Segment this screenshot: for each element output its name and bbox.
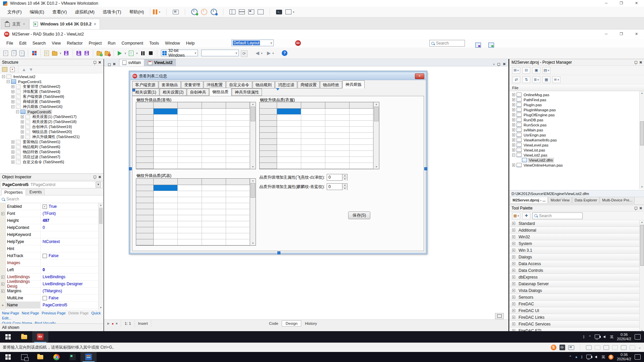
rad-minimize-button[interactable]: ─: [599, 29, 614, 39]
quality-upgrade-spinner-2[interactable]: 0 ▲▼: [327, 183, 347, 190]
quality-upgrade-spinner-1[interactable]: 0 ▲▼: [327, 174, 347, 181]
rad-menu-item[interactable]: Edit: [16, 40, 30, 47]
grid-cell[interactable]: [226, 185, 250, 191]
vmware-menu-item[interactable]: 虚拟机(M): [71, 8, 98, 16]
pm-bottom-tab[interactable]: Model View: [548, 197, 572, 203]
vmware-minimize-button[interactable]: ─: [599, 0, 614, 7]
vmware-close-button[interactable]: ✕: [629, 0, 644, 7]
run-without-debugging-button[interactable]: [128, 50, 134, 56]
grid-cell[interactable]: [154, 197, 178, 203]
structure-tree-item[interactable]: +套装物品 {TabSheet1}: [0, 139, 103, 144]
rad-menu-item[interactable]: File: [3, 40, 16, 47]
tree-expander-icon[interactable]: +: [11, 90, 14, 93]
grid-cell[interactable]: [350, 139, 373, 145]
grid-cell[interactable]: [301, 151, 325, 157]
tp-add-button[interactable]: ✚: [522, 213, 530, 219]
form-inner-tab[interactable]: 相关设置(2): [160, 88, 187, 96]
palette-category-sensors[interactable]: +Sensors: [509, 294, 644, 301]
form-inner-tab[interactable]: 钢纹品质: [209, 88, 231, 96]
guest-start-button[interactable]: [0, 331, 16, 343]
tree-expander-icon[interactable]: +: [512, 128, 515, 131]
view-tab-code[interactable]: Code: [265, 320, 282, 326]
palette-category-data-access[interactable]: +Data Access: [509, 260, 644, 267]
vmware-menu-item[interactable]: 查看(V): [49, 8, 70, 16]
property-value[interactable]: LiveBindings: [41, 275, 103, 279]
grid-cell[interactable]: [178, 133, 202, 139]
grid-cell[interactable]: [154, 209, 178, 215]
form-designer-canvas[interactable]: RX 查看列表二信息 × 客户端资源套装物品变量管理淬练配置自定义命令物品规则消…: [104, 66, 508, 320]
designed-form-titlebar[interactable]: RX 查看列表二信息 ×: [130, 72, 426, 80]
property-value[interactable]: False: [41, 253, 103, 258]
inspector-property-row[interactable]: »NamePageControl5: [0, 302, 103, 309]
grid-scrollbar[interactable]: ▲▼: [250, 102, 256, 169]
grid-cell[interactable]: [325, 139, 350, 145]
grid-cell[interactable]: [350, 115, 373, 121]
vm-sound-icon[interactable]: [621, 345, 627, 350]
chevron-down-icon[interactable]: ▼: [96, 182, 101, 188]
form-outer-tab[interactable]: 物品规则: [253, 81, 275, 88]
form-outer-tab[interactable]: 物品特效: [320, 81, 342, 88]
rad-menu-item[interactable]: Help: [183, 40, 198, 47]
grid-selected-cell[interactable]: [277, 109, 301, 115]
category-expander-icon[interactable]: +: [512, 296, 515, 299]
tree-expander-icon[interactable]: +: [11, 100, 14, 103]
tp-category-button[interactable]: ▩▾: [512, 213, 520, 219]
project-options-button[interactable]: [31, 50, 37, 56]
grid-cell[interactable]: [325, 163, 350, 169]
grid-cell[interactable]: [154, 121, 178, 127]
navigate-back-button[interactable]: ◀: [256, 50, 259, 56]
bluetooth-icon[interactable]: ᛒ: [583, 335, 585, 339]
tree-expander-icon[interactable]: −: [16, 110, 19, 113]
inspector-property-row[interactable]: +Margins(TMargins): [0, 288, 103, 295]
grid-cell[interactable]: [301, 157, 325, 163]
category-expander-icon[interactable]: +: [512, 222, 515, 225]
structure-tree-item[interactable]: +商铺设置 {TabSheet8}: [0, 99, 103, 104]
grid-cell[interactable]: [226, 145, 250, 151]
project-manager-column-header[interactable]: File: [509, 84, 644, 91]
property-value[interactable]: PageControl5: [41, 303, 103, 307]
designed-form-window[interactable]: RX 查看列表二信息 × 客户端资源套装物品变量管理淬练配置自定义命令物品规则消…: [129, 71, 427, 254]
host-notification-icon[interactable]: [635, 354, 641, 360]
grid-cell[interactable]: [178, 215, 202, 221]
structure-close-icon[interactable]: ✖: [98, 61, 101, 64]
form-outer-tab[interactable]: 淬练配置: [204, 81, 226, 88]
inspector-property-row[interactable]: +Font(TFont): [0, 210, 103, 217]
guest-notification-icon[interactable]: [635, 334, 641, 340]
show-library-pane-icon[interactable]: [229, 9, 235, 14]
checkbox-unchecked-icon[interactable]: [43, 254, 47, 258]
tree-expander-icon[interactable]: +: [21, 135, 24, 138]
grid-scrollbar[interactable]: ▲▼: [250, 179, 256, 245]
grid-cell[interactable]: [350, 127, 373, 133]
macro-record-icon[interactable]: ●: [112, 322, 114, 325]
property-expander-icon[interactable]: +: [0, 274, 6, 280]
ide-search-input[interactable]: Search: [429, 40, 465, 47]
form-outer-tab[interactable]: 自定义命令: [226, 81, 252, 88]
structure-tree-item[interactable]: −frmViewList2: [0, 74, 103, 79]
grid-cell[interactable]: [226, 133, 250, 139]
grid-cell[interactable]: [226, 157, 250, 163]
editor-tab-viewlist2[interactable]: ViewList2: [145, 59, 176, 66]
project-file-item[interactable]: +ViewKernelInfo.pas: [509, 137, 644, 142]
grid-cell[interactable]: [154, 145, 178, 151]
form-inner-tab[interactable]: 自创神兵: [187, 88, 209, 96]
macro-play-icon[interactable]: ▶: [107, 322, 110, 325]
guest-input-lang[interactable]: 英: [610, 335, 613, 340]
vmware-menu-item[interactable]: 选项卡(T): [99, 8, 125, 16]
form-outer-tab[interactable]: 神兵熔炼: [342, 80, 365, 88]
structure-tree-item[interactable]: +物品特效 {TabSheet4}: [0, 149, 103, 155]
grid-cell[interactable]: [277, 139, 301, 145]
grid-selected-cell[interactable]: [154, 109, 178, 115]
spin-down-icon[interactable]: ▼: [342, 187, 347, 190]
editor-pin-icon[interactable]: [108, 63, 111, 66]
pm-bottom-tab[interactable]: Multi-Device Pre...: [600, 197, 635, 203]
macro-stop-icon[interactable]: ■: [116, 322, 117, 325]
structure-move-down-icon[interactable]: ▼: [29, 67, 33, 72]
structure-tree-item[interactable]: +变量管理 {TabSheet2}: [0, 84, 103, 89]
structure-tree-item[interactable]: +神兵升级属性 {TabSheet21}: [0, 134, 103, 139]
category-expander-icon[interactable]: +: [512, 316, 515, 319]
tree-expander-icon[interactable]: +: [11, 85, 14, 88]
grid-cell[interactable]: [178, 191, 202, 197]
palette-category-vista-dialogs[interactable]: +Vista Dialogs: [509, 287, 644, 294]
run-button[interactable]: [117, 50, 123, 56]
project-file-item[interactable]: +ViewList.pas: [509, 147, 644, 153]
